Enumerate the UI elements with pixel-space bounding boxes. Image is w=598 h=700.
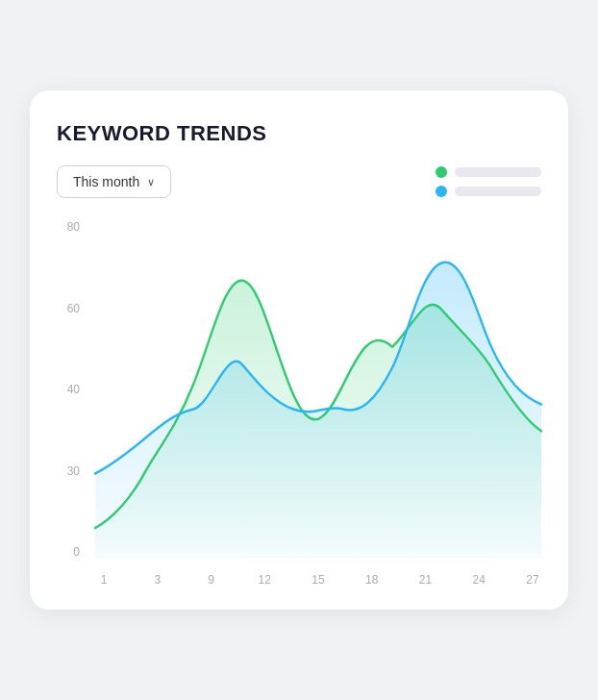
legend-dot-green	[436, 166, 447, 178]
legend-item-blue	[436, 186, 541, 197]
x-label-1: 1	[95, 573, 112, 587]
y-label-0: 0	[73, 546, 80, 558]
x-label-27: 27	[524, 573, 541, 587]
x-label-9: 9	[203, 573, 220, 587]
legend-label-blue	[455, 187, 541, 196]
y-label-80: 80	[67, 221, 80, 233]
chart-area	[95, 221, 541, 558]
legend-label-green	[455, 167, 541, 177]
x-label-21: 21	[417, 573, 435, 587]
x-axis: 1 3 9 12 15 18 21 24 27	[95, 573, 541, 587]
time-period-dropdown[interactable]: This month ∨	[57, 165, 171, 198]
legend-dot-blue	[436, 186, 447, 197]
y-label-40: 40	[67, 384, 80, 395]
y-label-60: 60	[67, 303, 80, 314]
x-label-24: 24	[470, 573, 487, 587]
y-label-30: 30	[67, 465, 80, 477]
dropdown-label: This month	[73, 174, 139, 189]
y-axis: 80 60 40 30 0	[57, 221, 87, 558]
legend-item-green	[436, 166, 541, 178]
controls-row: This month ∨	[57, 165, 541, 198]
chart-container: 80 60 40 30 0	[57, 221, 541, 587]
x-label-18: 18	[363, 573, 381, 587]
chart-svg	[95, 221, 541, 558]
x-label-3: 3	[149, 573, 166, 587]
legend	[436, 166, 541, 197]
keyword-trends-card: KEYWORD TRENDS This month ∨ 80 60 40 30 …	[30, 90, 568, 610]
x-label-12: 12	[256, 573, 273, 587]
x-label-15: 15	[310, 573, 327, 587]
chevron-down-icon: ∨	[147, 176, 155, 188]
card-title: KEYWORD TRENDS	[57, 121, 541, 146]
